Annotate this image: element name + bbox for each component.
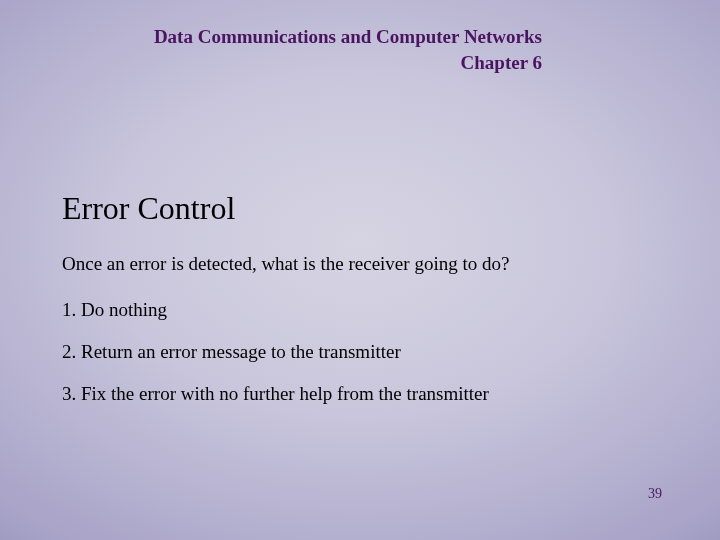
- lead-text: Once an error is detected, what is the r…: [62, 253, 658, 275]
- page-number: 39: [648, 486, 662, 502]
- list-item: 3. Fix the error with no further help fr…: [62, 383, 658, 405]
- course-title: Data Communications and Computer Network…: [154, 24, 542, 50]
- slide-content: Error Control Once an error is detected,…: [62, 190, 658, 425]
- slide-title: Error Control: [62, 190, 658, 227]
- slide-header: Data Communications and Computer Network…: [154, 24, 542, 75]
- list-item: 1. Do nothing: [62, 299, 658, 321]
- list-item: 2. Return an error message to the transm…: [62, 341, 658, 363]
- chapter-label: Chapter 6: [154, 50, 542, 76]
